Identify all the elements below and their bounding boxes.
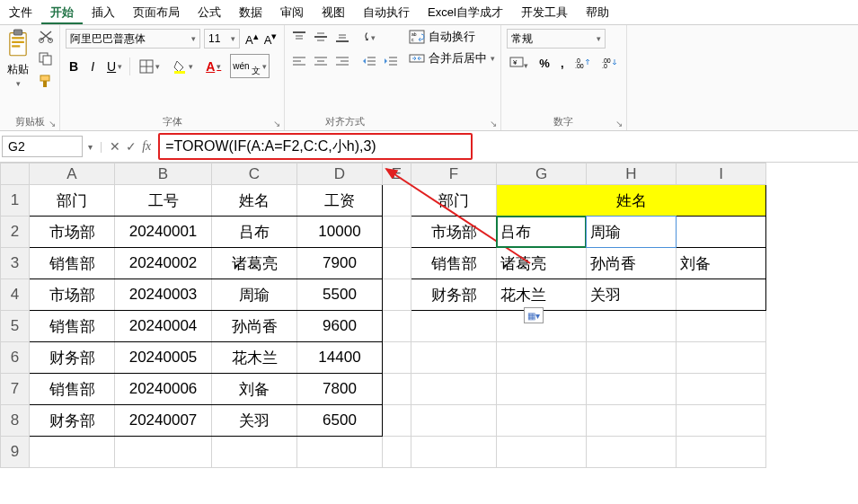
cell[interactable] (497, 437, 587, 468)
cell[interactable] (383, 437, 411, 468)
cell[interactable] (411, 374, 497, 405)
row-header[interactable]: 5 (1, 311, 30, 342)
cell[interactable] (383, 405, 411, 437)
col-header[interactable]: C (212, 164, 297, 185)
menu-layout[interactable]: 页面布局 (124, 1, 189, 24)
cell[interactable] (383, 217, 411, 248)
menu-formula[interactable]: 公式 (189, 1, 230, 24)
row-header[interactable]: 2 (1, 217, 30, 248)
number-format-select[interactable]: 常规▾ (507, 29, 606, 49)
orientation-icon[interactable]: ⤹▾ (360, 29, 377, 48)
font-size-select[interactable]: 11▾ (204, 29, 240, 49)
comma-button[interactable]: , (558, 55, 567, 72)
decrease-indent-icon[interactable] (360, 53, 378, 72)
increase-indent-icon[interactable] (382, 53, 400, 72)
cell[interactable]: 市场部 (411, 217, 497, 248)
cell[interactable]: 销售部 (30, 248, 115, 279)
menu-dev[interactable]: 开发工具 (512, 1, 577, 24)
cut-icon[interactable] (38, 29, 54, 46)
cell[interactable] (411, 437, 497, 468)
col-header[interactable]: F (411, 164, 497, 185)
align-middle-icon[interactable] (312, 29, 330, 48)
row-header[interactable]: 7 (1, 374, 30, 405)
increase-decimal-button[interactable]: .0.00 (572, 54, 594, 73)
menu-insert[interactable]: 插入 (83, 1, 124, 24)
cell[interactable] (383, 279, 411, 311)
spreadsheet-grid[interactable]: A B C D E F G H I 1 部门 工号 姓名 工资 部门 姓名 2 … (0, 163, 858, 468)
border-button[interactable]: ▾ (136, 57, 164, 75)
cell[interactable]: 7800 (297, 374, 383, 405)
phonetic-guide-button[interactable]: wén文▾ (230, 54, 269, 78)
percent-button[interactable]: % (536, 55, 553, 72)
cell[interactable]: 孙尚香 (212, 311, 297, 342)
menu-help[interactable]: 帮助 (577, 1, 618, 24)
menu-custom[interactable]: Excel自学成才 (419, 1, 512, 24)
col-header[interactable]: H (587, 164, 677, 185)
cell[interactable]: 花木兰 (212, 342, 297, 374)
cell[interactable]: 工号 (115, 185, 212, 217)
cell[interactable]: 财务部 (30, 342, 115, 374)
accounting-format-button[interactable]: ¥▾ (507, 54, 531, 73)
cell[interactable] (115, 437, 212, 468)
cell[interactable] (677, 405, 766, 437)
row-header[interactable]: 8 (1, 405, 30, 437)
cell[interactable]: 部门 (30, 185, 115, 217)
cell[interactable] (383, 342, 411, 374)
align-center-icon[interactable] (312, 53, 330, 72)
name-box[interactable] (2, 136, 83, 157)
increase-font-icon[interactable]: A▴ (243, 29, 261, 49)
cell[interactable] (677, 374, 766, 405)
cell[interactable]: 周瑜 (212, 279, 297, 311)
merge-center-button[interactable]: 合并后居中▾ (409, 50, 495, 66)
cell[interactable]: 20240002 (115, 248, 212, 279)
cell[interactable] (383, 185, 411, 217)
cell[interactable]: 诸葛亮 (212, 248, 297, 279)
wrap-text-button[interactable]: abc 自动换行 (409, 29, 495, 45)
cell[interactable]: 吕布 (212, 217, 297, 248)
cell[interactable] (677, 217, 766, 248)
col-header[interactable]: G (497, 164, 587, 185)
cell[interactable] (383, 311, 411, 342)
cell[interactable] (383, 248, 411, 279)
cell[interactable]: 工资 (297, 185, 383, 217)
cell[interactable]: 20240005 (115, 342, 212, 374)
row-header[interactable]: 4 (1, 279, 30, 311)
formula-input[interactable]: =TOROW(IF(A:A=F2,C:C,小h),3) (158, 133, 473, 160)
cell[interactable]: 财务部 (411, 279, 497, 311)
copy-icon[interactable] (38, 51, 54, 68)
cell[interactable]: 20240001 (115, 217, 212, 248)
cell[interactable]: 部门 (411, 185, 497, 217)
cancel-icon[interactable]: ✕ (110, 139, 120, 154)
cell[interactable] (30, 437, 115, 468)
cell[interactable]: 销售部 (30, 311, 115, 342)
cell[interactable]: 7900 (297, 248, 383, 279)
cell[interactable] (497, 374, 587, 405)
cell[interactable]: ▦▾ (497, 311, 587, 342)
dialog-launcher-icon[interactable]: ↘ (490, 119, 497, 128)
dialog-launcher-icon[interactable]: ↘ (273, 119, 280, 128)
cell[interactable] (677, 311, 766, 342)
cell[interactable] (212, 437, 297, 468)
cell[interactable]: 关羽 (212, 405, 297, 437)
cell[interactable]: 20240007 (115, 405, 212, 437)
cell[interactable] (497, 405, 587, 437)
cell[interactable]: 周瑜 (587, 217, 677, 248)
menu-home[interactable]: 开始 (41, 1, 83, 24)
format-painter-icon[interactable] (38, 74, 54, 91)
cell[interactable]: 花木兰 (497, 279, 587, 311)
menu-review[interactable]: 审阅 (271, 1, 313, 24)
cell[interactable]: 5500 (297, 279, 383, 311)
font-name-select[interactable]: 阿里巴巴普惠体▾ (66, 29, 200, 49)
cell[interactable] (587, 437, 677, 468)
col-header[interactable]: D (297, 164, 383, 185)
cell[interactable]: 姓名 (212, 185, 297, 217)
paste-button[interactable]: 粘贴 ▾ (5, 29, 31, 88)
row-header[interactable]: 9 (1, 437, 30, 468)
col-header[interactable]: B (115, 164, 212, 185)
col-header[interactable]: I (677, 164, 766, 185)
cell[interactable]: 销售部 (411, 248, 497, 279)
row-header[interactable]: 1 (1, 185, 30, 217)
row-header[interactable]: 3 (1, 248, 30, 279)
chevron-down-icon[interactable]: ▾ (83, 142, 98, 152)
cell[interactable]: 14400 (297, 342, 383, 374)
